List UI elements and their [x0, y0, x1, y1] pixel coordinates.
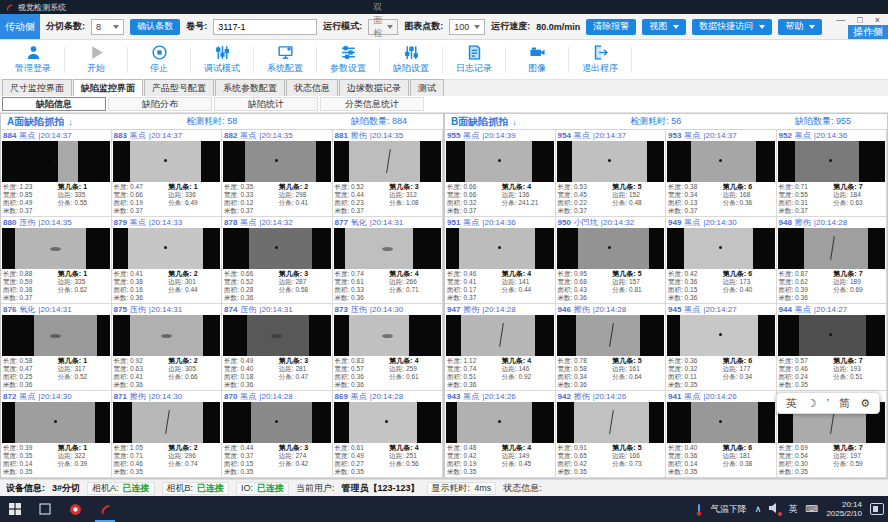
defect-cell[interactable]: 881 擦伤 |20:14:35 长度: 0.52 宽度: 0.44 面积: 0… — [333, 130, 444, 217]
defect-image[interactable] — [667, 402, 775, 443]
defect-image[interactable] — [557, 402, 665, 443]
slit-count-select[interactable]: 8 — [91, 19, 124, 35]
param-settings-button[interactable]: 参数设置 — [317, 44, 379, 75]
defect-cell[interactable]: 869 黑点 |20:14:28 长度: 0.61 宽度: 0.49 面积: 0… — [333, 391, 444, 478]
tab-status-info[interactable]: 状态信息 — [286, 79, 338, 96]
start-button[interactable] — [0, 496, 30, 522]
quick-access-menu-button[interactable]: 数据快捷访问 — [692, 19, 772, 35]
subtab-class-info-statistics[interactable]: 分类信息统计 — [320, 97, 424, 111]
moon-icon[interactable]: ☽ — [807, 397, 817, 410]
taskbar-app-browser[interactable] — [60, 496, 90, 522]
weather-text[interactable]: 气温下降 — [711, 503, 747, 516]
defect-image[interactable] — [334, 402, 442, 443]
ime-keyboard-icon[interactable]: ⌨ — [805, 504, 818, 514]
tab-product-model-config[interactable]: 产品型号配置 — [144, 79, 214, 96]
defect-image[interactable] — [2, 315, 110, 356]
defect-cell[interactable]: 947 擦伤 |20:14:28 长度: 1.12 宽度: 0.74 面积: 0… — [445, 304, 556, 391]
defect-image[interactable] — [113, 402, 221, 443]
image-button[interactable]: 图像 — [506, 44, 568, 75]
defect-settings-button[interactable]: 缺陷设置 — [380, 44, 442, 75]
defect-cell[interactable]: 942 擦伤 |20:14:26 长度: 0.91 宽度: 0.65 面积: 0… — [556, 391, 667, 478]
defect-cell[interactable]: 946 擦伤 |20:14:28 长度: 0.78 宽度: 0.58 面积: 0… — [556, 304, 667, 391]
defect-image[interactable] — [113, 141, 221, 182]
subtab-defect-statistics[interactable]: 缺陷统计 — [214, 97, 318, 111]
defect-image[interactable] — [778, 141, 886, 182]
defect-image[interactable] — [778, 315, 886, 356]
close-button[interactable]: × — [875, 15, 880, 25]
defect-cell[interactable]: 950 小凹坑 |20:14:32 长度: 0.95 宽度: 0.68 面积: … — [556, 217, 667, 304]
run-mode-select[interactable]: 双面检测 — [368, 19, 398, 35]
log-record-button[interactable]: 日志记录 — [443, 44, 505, 75]
defect-cell[interactable]: 876 氧化 |20:14:31 长度: 0.58 宽度: 0.47 面积: 0… — [1, 304, 112, 391]
defect-image[interactable] — [667, 228, 775, 269]
chart-points-select[interactable]: 100 — [449, 19, 485, 35]
defect-image[interactable] — [446, 402, 554, 443]
punctuation-icon[interactable]: ’ — [827, 397, 829, 409]
taskbar-app-inspection[interactable] — [90, 496, 120, 522]
defect-image[interactable] — [334, 141, 442, 182]
defect-cell[interactable]: 874 压伤 |20:14:31 长度: 0.49 宽度: 0.40 面积: 0… — [222, 304, 333, 391]
tray-expand-arrow[interactable]: ∧ — [755, 504, 762, 514]
task-view-button[interactable] — [30, 496, 60, 522]
defect-cell[interactable]: 875 压伤 |20:14:31 长度: 0.92 宽度: 0.63 面积: 0… — [112, 304, 223, 391]
defect-image[interactable] — [778, 228, 886, 269]
volume-icon[interactable] — [769, 503, 780, 515]
tab-system-param-config[interactable]: 系统参数配置 — [215, 79, 285, 96]
defect-cell[interactable]: 883 黑点 |20:14:37 长度: 0.47 宽度: 0.66 面积: 0… — [112, 130, 223, 217]
system-config-button[interactable]: 系统配置 — [254, 44, 316, 75]
tab-size-monitor[interactable]: 尺寸监控界面 — [2, 79, 72, 96]
defect-image[interactable] — [223, 402, 331, 443]
clear-alarm-button[interactable]: 清除报警 — [586, 19, 636, 35]
confirm-count-button[interactable]: 确认条数 — [130, 19, 180, 35]
defect-cell[interactable]: 943 黑点 |20:14:26 长度: 0.48 宽度: 0.42 面积: 0… — [445, 391, 556, 478]
subtab-defect-distribution[interactable]: 缺陷分布 — [108, 97, 212, 111]
defect-cell[interactable]: 877 氧化 |20:14:31 长度: 0.74 宽度: 0.61 面积: 0… — [333, 217, 444, 304]
defect-image[interactable] — [223, 141, 331, 182]
defect-image[interactable] — [2, 141, 110, 182]
defect-cell[interactable]: 870 黑点 |20:14:28 长度: 0.44 宽度: 0.37 面积: 0… — [222, 391, 333, 478]
defect-cell[interactable]: 884 黑点 |20:14:37 长度: 1.23 宽度: 0.85 面积: 0… — [1, 130, 112, 217]
sort-arrow-icon[interactable]: ↓ — [68, 117, 73, 127]
defect-cell[interactable]: 880 压伤 |20:14:35 长度: 0.88 宽度: 0.59 面积: 0… — [1, 217, 112, 304]
ime-language-bar[interactable]: 英 ☽ ’ 简 ⚙ — [776, 392, 880, 414]
admin-login-button[interactable]: 管理登录 — [2, 44, 64, 75]
roll-number-input[interactable] — [213, 19, 317, 35]
defect-cell[interactable]: 949 黑点 |20:14:30 长度: 0.42 宽度: 0.36 面积: 0… — [666, 217, 777, 304]
defect-cell[interactable]: 948 擦伤 |20:14:28 长度: 0.87 宽度: 0.62 面积: 0… — [777, 217, 888, 304]
defect-image[interactable] — [667, 315, 775, 356]
defect-cell[interactable]: 879 黑点 |20:14:33 长度: 0.41 宽度: 0.38 面积: 0… — [112, 217, 223, 304]
defect-cell[interactable]: 952 黑点 |20:14:36 长度: 0.71 宽度: 0.55 面积: 0… — [777, 130, 888, 217]
defect-cell[interactable]: 944 黑点 |20:14:27 长度: 0.57 宽度: 0.46 面积: 0… — [777, 304, 888, 391]
defect-cell[interactable]: 872 黑点 |20:14:30 长度: 0.39 宽度: 0.35 面积: 0… — [1, 391, 112, 478]
defect-image[interactable] — [557, 228, 665, 269]
ime-simplified[interactable]: 简 — [839, 396, 850, 411]
defect-image[interactable] — [2, 228, 110, 269]
debug-mode-button[interactable]: 调试模式 — [191, 44, 253, 75]
defect-cell[interactable]: 941 黑点 |20:14:26 长度: 0.40 宽度: 0.36 面积: 0… — [666, 391, 777, 478]
defect-image[interactable] — [446, 228, 554, 269]
ime-lang-en[interactable]: 英 — [786, 396, 797, 411]
subtab-defect-info[interactable]: 缺陷信息 — [2, 97, 106, 111]
defect-image[interactable] — [223, 228, 331, 269]
notification-center-icon[interactable] — [870, 503, 884, 515]
tab-test[interactable]: 测试 — [410, 79, 444, 96]
defect-cell[interactable]: 953 黑点 |20:14:37 长度: 0.38 宽度: 0.34 面积: 0… — [666, 130, 777, 217]
tab-defect-monitor[interactable]: 缺陷监控界面 — [73, 79, 143, 96]
stop-button[interactable]: 停止 — [128, 44, 190, 75]
defect-image[interactable] — [446, 315, 554, 356]
help-menu-button[interactable]: 帮助 — [778, 19, 822, 35]
taskbar-clock[interactable]: 20:14 2025/2/10 — [826, 500, 862, 518]
defect-cell[interactable]: 882 黑点 |20:14:35 长度: 0.35 宽度: 0.33 面积: 0… — [222, 130, 333, 217]
tab-edge-data-record[interactable]: 边缘数据记录 — [339, 79, 409, 96]
start-button[interactable]: 开始 — [65, 44, 127, 75]
maximize-button[interactable]: □ — [857, 15, 862, 25]
gear-icon[interactable]: ⚙ — [860, 397, 870, 410]
tray-language[interactable]: 英 — [788, 503, 797, 516]
defect-image[interactable] — [667, 141, 775, 182]
defect-cell[interactable]: 954 黑点 |20:14:37 长度: 0.53 宽度: 0.45 面积: 0… — [556, 130, 667, 217]
defect-cell[interactable]: 955 黑点 |20:14:39 长度: 0.66 宽度: 0.66 面积: 0… — [445, 130, 556, 217]
defect-image[interactable] — [223, 315, 331, 356]
defect-image[interactable] — [334, 315, 442, 356]
exit-program-button[interactable]: 退出程序 — [569, 44, 631, 75]
defect-image[interactable] — [446, 141, 554, 182]
